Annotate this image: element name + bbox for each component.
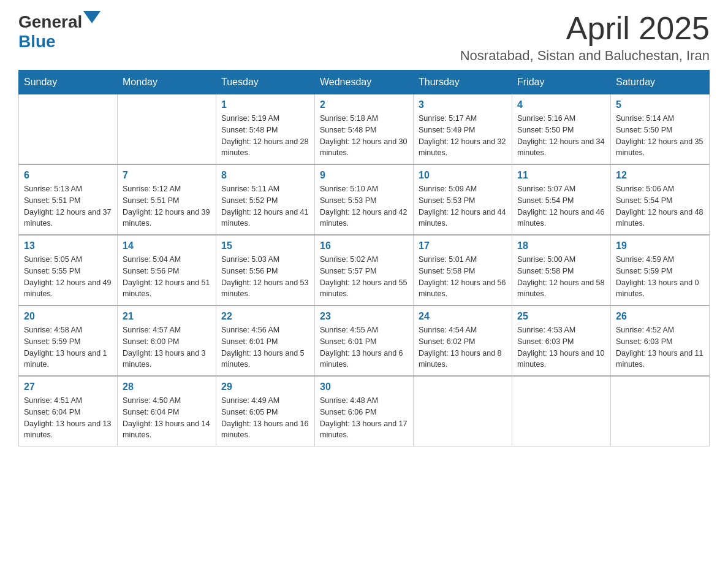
calendar-week-row: 20Sunrise: 4:58 AMSunset: 5:59 PMDayligh…	[19, 305, 710, 376]
day-number: 6	[24, 170, 112, 181]
col-wednesday: Wednesday	[315, 71, 414, 94]
day-info: Sunrise: 4:58 AMSunset: 5:59 PMDaylight:…	[24, 324, 112, 370]
day-number: 26	[616, 311, 704, 322]
day-number: 11	[517, 170, 605, 181]
table-row: 13Sunrise: 5:05 AMSunset: 5:55 PMDayligh…	[19, 235, 118, 305]
table-row: 27Sunrise: 4:51 AMSunset: 6:04 PMDayligh…	[19, 376, 118, 446]
day-info: Sunrise: 5:04 AMSunset: 5:56 PMDaylight:…	[123, 254, 211, 300]
table-row: 16Sunrise: 5:02 AMSunset: 5:57 PMDayligh…	[315, 235, 414, 305]
svg-marker-0	[83, 11, 100, 23]
calendar-table: Sunday Monday Tuesday Wednesday Thursday…	[18, 70, 710, 446]
logo-general: General	[18, 12, 82, 32]
table-row: 22Sunrise: 4:56 AMSunset: 6:01 PMDayligh…	[216, 305, 315, 376]
calendar-week-row: 1Sunrise: 5:19 AMSunset: 5:48 PMDaylight…	[19, 94, 710, 165]
day-number: 22	[221, 311, 309, 322]
day-number: 18	[517, 240, 605, 251]
table-row: 30Sunrise: 4:48 AMSunset: 6:06 PMDayligh…	[315, 376, 414, 446]
day-number: 8	[221, 170, 309, 181]
calendar-week-row: 13Sunrise: 5:05 AMSunset: 5:55 PMDayligh…	[19, 235, 710, 305]
day-info: Sunrise: 5:14 AMSunset: 5:50 PMDaylight:…	[616, 113, 704, 159]
day-number: 21	[123, 311, 211, 322]
col-monday: Monday	[118, 71, 216, 94]
day-info: Sunrise: 5:18 AMSunset: 5:48 PMDaylight:…	[320, 113, 408, 159]
day-info: Sunrise: 5:17 AMSunset: 5:49 PMDaylight:…	[419, 113, 507, 159]
table-row: 18Sunrise: 5:00 AMSunset: 5:58 PMDayligh…	[512, 235, 611, 305]
day-info: Sunrise: 5:00 AMSunset: 5:58 PMDaylight:…	[517, 254, 605, 300]
table-row: 28Sunrise: 4:50 AMSunset: 6:04 PMDayligh…	[118, 376, 216, 446]
table-row	[414, 376, 512, 446]
day-number: 9	[320, 170, 408, 181]
day-info: Sunrise: 4:54 AMSunset: 6:02 PMDaylight:…	[419, 324, 507, 370]
table-row: 2Sunrise: 5:18 AMSunset: 5:48 PMDaylight…	[315, 94, 414, 165]
day-info: Sunrise: 4:59 AMSunset: 5:59 PMDaylight:…	[616, 254, 704, 300]
col-tuesday: Tuesday	[216, 71, 315, 94]
day-info: Sunrise: 4:53 AMSunset: 6:03 PMDaylight:…	[517, 324, 605, 370]
day-info: Sunrise: 5:02 AMSunset: 5:57 PMDaylight:…	[320, 254, 408, 300]
day-info: Sunrise: 5:19 AMSunset: 5:48 PMDaylight:…	[221, 113, 309, 159]
day-number: 15	[221, 240, 309, 251]
title-section: April 2025 Nosratabad, Sistan and Baluch…	[460, 12, 710, 64]
day-number: 13	[24, 240, 112, 251]
day-info: Sunrise: 5:09 AMSunset: 5:53 PMDaylight:…	[419, 183, 507, 229]
table-row: 26Sunrise: 4:52 AMSunset: 6:03 PMDayligh…	[611, 305, 710, 376]
month-year-title: April 2025	[460, 12, 710, 44]
day-number: 2	[320, 99, 408, 110]
table-row: 5Sunrise: 5:14 AMSunset: 5:50 PMDaylight…	[611, 94, 710, 165]
day-info: Sunrise: 4:49 AMSunset: 6:05 PMDaylight:…	[221, 395, 309, 441]
day-number: 20	[24, 311, 112, 322]
location-subtitle: Nosratabad, Sistan and Baluchestan, Iran	[460, 48, 710, 64]
table-row	[19, 94, 118, 165]
day-number: 10	[419, 170, 507, 181]
day-info: Sunrise: 5:03 AMSunset: 5:56 PMDaylight:…	[221, 254, 309, 300]
table-row: 20Sunrise: 4:58 AMSunset: 5:59 PMDayligh…	[19, 305, 118, 376]
table-row: 7Sunrise: 5:12 AMSunset: 5:51 PMDaylight…	[118, 164, 216, 235]
logo-blue: Blue	[18, 32, 56, 51]
logo: General Blue	[18, 12, 100, 52]
day-number: 5	[616, 99, 704, 110]
day-info: Sunrise: 4:56 AMSunset: 6:01 PMDaylight:…	[221, 324, 309, 370]
table-row: 6Sunrise: 5:13 AMSunset: 5:51 PMDaylight…	[19, 164, 118, 235]
table-row: 23Sunrise: 4:55 AMSunset: 6:01 PMDayligh…	[315, 305, 414, 376]
col-saturday: Saturday	[611, 71, 710, 94]
day-number: 24	[419, 311, 507, 322]
table-row: 21Sunrise: 4:57 AMSunset: 6:00 PMDayligh…	[118, 305, 216, 376]
day-info: Sunrise: 5:13 AMSunset: 5:51 PMDaylight:…	[24, 183, 112, 229]
day-number: 28	[123, 381, 211, 393]
calendar-header-row: Sunday Monday Tuesday Wednesday Thursday…	[19, 71, 710, 94]
table-row: 8Sunrise: 5:11 AMSunset: 5:52 PMDaylight…	[216, 164, 315, 235]
day-number: 17	[419, 240, 507, 251]
day-number: 19	[616, 240, 704, 251]
table-row	[512, 376, 611, 446]
table-row: 9Sunrise: 5:10 AMSunset: 5:53 PMDaylight…	[315, 164, 414, 235]
table-row	[118, 94, 216, 165]
col-sunday: Sunday	[19, 71, 118, 94]
calendar-week-row: 27Sunrise: 4:51 AMSunset: 6:04 PMDayligh…	[19, 376, 710, 446]
day-info: Sunrise: 4:48 AMSunset: 6:06 PMDaylight:…	[320, 395, 408, 441]
day-info: Sunrise: 4:51 AMSunset: 6:04 PMDaylight:…	[24, 395, 112, 441]
day-info: Sunrise: 5:07 AMSunset: 5:54 PMDaylight:…	[517, 183, 605, 229]
table-row: 14Sunrise: 5:04 AMSunset: 5:56 PMDayligh…	[118, 235, 216, 305]
day-number: 7	[123, 170, 211, 181]
table-row: 24Sunrise: 4:54 AMSunset: 6:02 PMDayligh…	[414, 305, 512, 376]
table-row: 19Sunrise: 4:59 AMSunset: 5:59 PMDayligh…	[611, 235, 710, 305]
table-row: 12Sunrise: 5:06 AMSunset: 5:54 PMDayligh…	[611, 164, 710, 235]
day-number: 4	[517, 99, 605, 110]
table-row	[611, 376, 710, 446]
day-info: Sunrise: 4:55 AMSunset: 6:01 PMDaylight:…	[320, 324, 408, 370]
day-info: Sunrise: 5:05 AMSunset: 5:55 PMDaylight:…	[24, 254, 112, 300]
day-info: Sunrise: 5:01 AMSunset: 5:58 PMDaylight:…	[419, 254, 507, 300]
day-number: 29	[221, 381, 309, 393]
day-info: Sunrise: 5:10 AMSunset: 5:53 PMDaylight:…	[320, 183, 408, 229]
col-thursday: Thursday	[414, 71, 512, 94]
day-info: Sunrise: 4:50 AMSunset: 6:04 PMDaylight:…	[123, 395, 211, 441]
table-row: 11Sunrise: 5:07 AMSunset: 5:54 PMDayligh…	[512, 164, 611, 235]
day-number: 25	[517, 311, 605, 322]
day-info: Sunrise: 5:16 AMSunset: 5:50 PMDaylight:…	[517, 113, 605, 159]
day-info: Sunrise: 4:52 AMSunset: 6:03 PMDaylight:…	[616, 324, 704, 370]
table-row: 29Sunrise: 4:49 AMSunset: 6:05 PMDayligh…	[216, 376, 315, 446]
table-row: 10Sunrise: 5:09 AMSunset: 5:53 PMDayligh…	[414, 164, 512, 235]
table-row: 4Sunrise: 5:16 AMSunset: 5:50 PMDaylight…	[512, 94, 611, 165]
day-info: Sunrise: 5:12 AMSunset: 5:51 PMDaylight:…	[123, 183, 211, 229]
col-friday: Friday	[512, 71, 611, 94]
day-number: 16	[320, 240, 408, 251]
